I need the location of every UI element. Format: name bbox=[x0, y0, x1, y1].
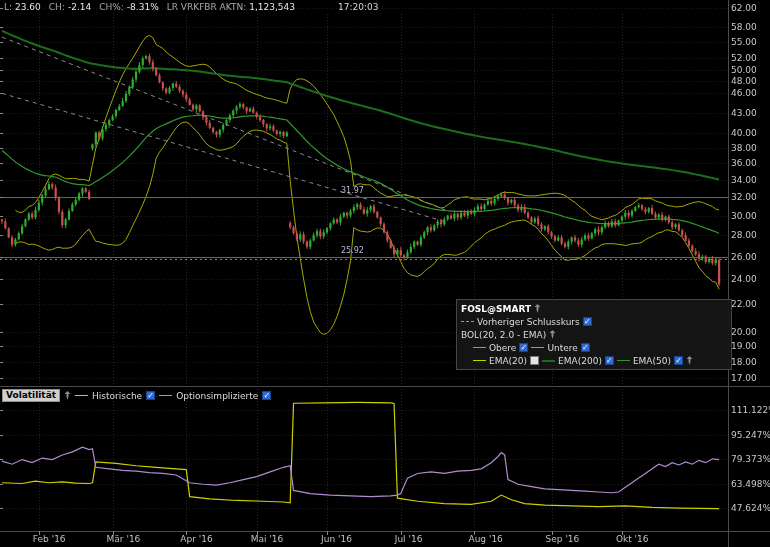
hline-label-upper: 31.97 bbox=[341, 186, 364, 195]
prev-close-label: Vorheriger Schlusskurs bbox=[477, 317, 580, 327]
price-axis-label: 62.00 bbox=[731, 3, 757, 13]
price-axis-label: 34.00 bbox=[731, 175, 757, 185]
upper-band-checkbox[interactable] bbox=[519, 343, 528, 352]
historical-checkbox[interactable] bbox=[146, 391, 155, 400]
time-axis-label: Jul '16 bbox=[395, 534, 423, 544]
pin-icon[interactable] bbox=[534, 304, 541, 313]
ema20-swatch bbox=[473, 360, 486, 361]
price-axis-label: 50.00 bbox=[731, 65, 757, 75]
volatility-title[interactable]: Volatilität bbox=[2, 389, 60, 402]
price-axis-label: 52.00 bbox=[731, 53, 757, 63]
lower-band-swatch bbox=[531, 347, 544, 348]
time-axis-label: Aug '16 bbox=[468, 534, 502, 544]
ema200-checkbox[interactable] bbox=[605, 356, 614, 365]
pin-icon[interactable] bbox=[686, 356, 693, 365]
volatility-axis-label: 111.122% bbox=[731, 405, 770, 415]
symbol-label: FOSL@SMART bbox=[461, 304, 531, 314]
price-axis-label: 18.00 bbox=[731, 357, 757, 367]
lower-band-checkbox[interactable] bbox=[581, 343, 590, 352]
implied-checkbox[interactable] bbox=[262, 391, 271, 400]
stat-value: 1,123,543 bbox=[249, 2, 295, 12]
price-axis-label: 26.00 bbox=[731, 252, 757, 262]
ema200-label: EMA(200) bbox=[558, 356, 602, 366]
price-axis-label: 40.00 bbox=[731, 128, 757, 138]
upper-band-label: Obere bbox=[489, 343, 516, 353]
time-axis-label: Okt '16 bbox=[616, 534, 649, 544]
price-axis-label: 20.00 bbox=[731, 327, 757, 337]
volatility-axis-label: 47.624% bbox=[731, 503, 770, 513]
ema20-checkbox[interactable] bbox=[530, 356, 539, 365]
upper-band-swatch bbox=[473, 347, 486, 348]
stat-label: CH: bbox=[49, 2, 65, 12]
price-axis-label: 28.00 bbox=[731, 230, 757, 240]
implied-label: Optionsimplizierte bbox=[176, 391, 258, 401]
lower-band-label: Untere bbox=[547, 343, 577, 353]
hline-label-lower: 25.92 bbox=[341, 246, 364, 255]
ema50-swatch bbox=[617, 360, 630, 361]
stat-label: LR VRKFBR AKTN: bbox=[167, 2, 247, 12]
price-axis-label: 36.00 bbox=[731, 158, 757, 168]
volatility-axis-label: 63.498% bbox=[731, 479, 770, 489]
prev-close-checkbox[interactable] bbox=[583, 317, 592, 326]
price-axis-label: 19.00 bbox=[731, 341, 757, 351]
price-axis-label: 43.00 bbox=[731, 108, 757, 118]
legend-panel: FOSL@SMART Vorheriger Schlusskurs BOL(20… bbox=[456, 299, 732, 370]
quote-stats: L:23.60CH:-2.14CH%:-8.31%LR VRKFBR AKTN:… bbox=[4, 2, 303, 12]
ema50-checkbox[interactable] bbox=[674, 356, 683, 365]
stat-label: CH%: bbox=[99, 2, 124, 12]
price-axis-label: 32.00 bbox=[731, 192, 757, 202]
price-axis-label: 38.00 bbox=[731, 143, 757, 153]
price-axis-label: 48.00 bbox=[731, 76, 757, 86]
time-axis-label: Sep '16 bbox=[546, 534, 580, 544]
time-axis-label: Mär '16 bbox=[107, 534, 141, 544]
ema20-label: EMA(20) bbox=[489, 356, 527, 366]
stat-value: -2.14 bbox=[68, 2, 91, 12]
price-axis-label: 24.00 bbox=[731, 274, 757, 284]
price-axis-label: 17.00 bbox=[731, 373, 757, 383]
bollinger-title: BOL(20, 2.0 - EMA) bbox=[461, 330, 546, 340]
historical-label: Historische bbox=[92, 391, 142, 401]
chart-window: L:23.60CH:-2.14CH%:-8.31%LR VRKFBR AKTN:… bbox=[0, 0, 770, 547]
pin-icon[interactable] bbox=[64, 391, 71, 400]
price-chart-canvas[interactable] bbox=[0, 0, 770, 547]
price-axis-label: 58.00 bbox=[731, 22, 757, 32]
volatility-axis-label: 95.247% bbox=[731, 430, 770, 440]
clock: 17:20:03 bbox=[338, 2, 378, 12]
time-axis-label: Apr '16 bbox=[180, 534, 212, 544]
price-axis-label: 22.00 bbox=[731, 299, 757, 309]
ema200-swatch bbox=[542, 360, 555, 362]
stat-value: -8.31% bbox=[127, 2, 159, 12]
time-axis-label: Feb '16 bbox=[33, 534, 66, 544]
pin-icon[interactable] bbox=[549, 330, 556, 339]
stat-label: L: bbox=[4, 2, 12, 12]
implied-swatch bbox=[159, 395, 172, 396]
stat-value: 23.60 bbox=[15, 2, 41, 12]
time-axis-label: Mai '16 bbox=[251, 534, 284, 544]
price-axis-label: 46.00 bbox=[731, 88, 757, 98]
prev-close-swatch bbox=[461, 321, 474, 322]
historical-swatch bbox=[75, 395, 88, 396]
price-axis-label: 30.00 bbox=[731, 211, 757, 221]
time-axis-label: Jun '16 bbox=[321, 534, 352, 544]
volatility-header: Volatilität Historische Optionsimplizier… bbox=[2, 389, 271, 402]
volatility-axis-label: 79.373% bbox=[731, 454, 770, 464]
ema50-label: EMA(50) bbox=[633, 356, 671, 366]
price-axis-label: 55.00 bbox=[731, 37, 757, 47]
